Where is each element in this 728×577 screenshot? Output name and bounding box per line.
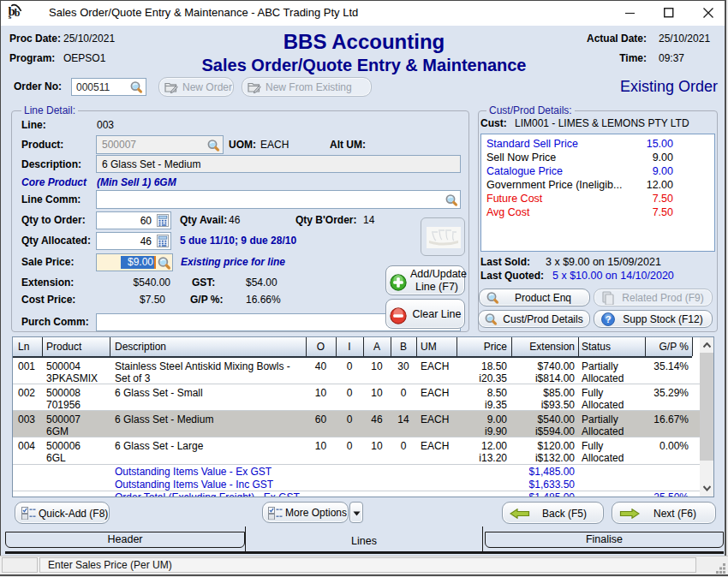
svg-text:s: s xyxy=(9,12,12,21)
